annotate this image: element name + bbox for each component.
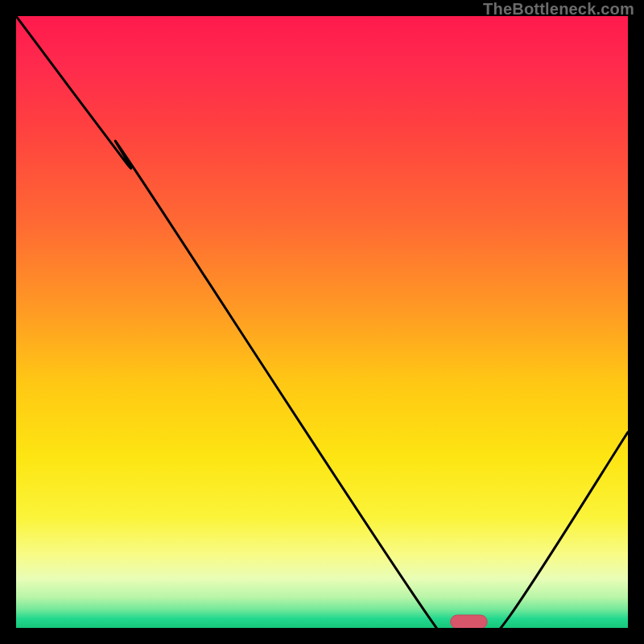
chart-frame: TheBottleneck.com — [0, 0, 644, 644]
plot-area — [16, 16, 628, 628]
chart-svg — [16, 16, 628, 628]
optimum-marker — [451, 615, 488, 628]
bottleneck-curve — [16, 16, 628, 628]
